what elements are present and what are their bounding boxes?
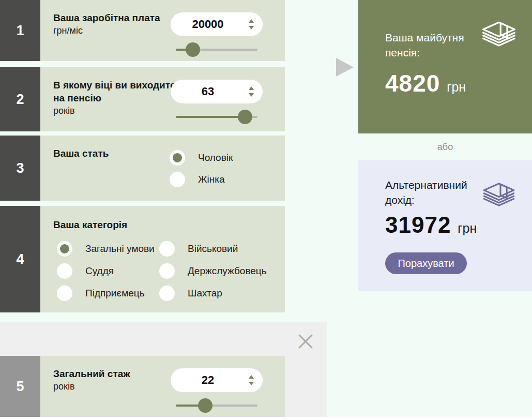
radio-entrepreneur[interactable]: Підприємець — [57, 286, 159, 301]
step-body: Ваша заробітна плата грн/міс 20000 — [40, 0, 285, 61]
stepper-arrows[interactable] — [249, 368, 255, 392]
step-title: В якому віці ви виходите на пенсію — [53, 79, 176, 104]
stepper-arrows[interactable] — [249, 80, 255, 103]
step-title: Ваша заробітна плата — [53, 11, 176, 24]
radio-circle-icon[interactable] — [159, 286, 175, 301]
calculate-button[interactable]: Порахувати — [385, 252, 467, 274]
step-title: Ваша стать — [53, 147, 176, 160]
step-salary: 1 Ваша заробітна плата грн/міс 20000 — [0, 0, 285, 61]
radio-circle-icon[interactable] — [159, 241, 175, 257]
or-label: або — [358, 142, 532, 153]
step-title: Загальний стаж — [53, 367, 176, 380]
radio-civil-servant[interactable]: Держслужбовець — [159, 263, 300, 279]
step-label: Ваша стать — [53, 147, 176, 160]
step-title: Ваша категорія — [53, 218, 260, 231]
step-number-badge: 1 — [0, 0, 40, 61]
radio-dot — [173, 153, 182, 162]
pension-label: Ваша майбутня пенсія: — [385, 30, 476, 61]
radio-dot — [60, 244, 69, 253]
increment-arrow-icon[interactable] — [249, 86, 254, 90]
step-category: 4 Ваша категорія Загальні умови Військов… — [0, 206, 285, 312]
radio-miner[interactable]: Шахтар — [159, 286, 300, 301]
radio-female[interactable]: Жінка — [170, 172, 233, 187]
money-stack-icon — [480, 19, 518, 48]
step-number-badge: 3 — [0, 136, 40, 201]
step-unit: грн/міс — [53, 24, 176, 37]
radio-circle-icon[interactable] — [170, 172, 185, 187]
radio-judge[interactable]: Суддя — [57, 263, 159, 279]
slider-handle[interactable] — [198, 398, 212, 413]
step-body: В якому віці ви виходите на пенсію років… — [40, 67, 285, 131]
bottom-divider — [0, 417, 532, 419]
radio-label: Чоловік — [198, 152, 233, 163]
radio-label: Військовий — [188, 243, 238, 255]
radio-label: Підприємець — [85, 288, 145, 299]
step-number-badge: 5 — [0, 356, 40, 417]
radio-label: Шахтар — [188, 288, 222, 299]
radio-circle-icon[interactable] — [170, 150, 185, 166]
gender-radio-group: Чоловік Жінка — [170, 150, 233, 187]
step-unit: років — [53, 104, 176, 117]
salary-slider[interactable] — [176, 42, 257, 57]
alternative-amount: 31972 — [385, 212, 451, 238]
increment-arrow-icon[interactable] — [249, 19, 254, 23]
slider-handle[interactable] — [238, 110, 252, 124]
money-stack-icon — [481, 180, 516, 207]
decrement-arrow-icon[interactable] — [249, 93, 254, 97]
step-number-badge: 2 — [0, 67, 40, 131]
step-label: Загальний стаж років — [53, 367, 176, 393]
step-body: Ваша стать Чоловік Жінка — [40, 136, 285, 201]
radio-military[interactable]: Військовий — [159, 241, 300, 257]
age-input[interactable]: 63 — [171, 80, 263, 103]
pension-calculator: 1 Ваша заробітна плата грн/міс 20000 2 В… — [0, 0, 532, 419]
category-radio-group: Загальні умови Військовий Суддя Держслуж… — [57, 241, 300, 301]
radio-circle-icon[interactable] — [159, 263, 175, 279]
close-icon[interactable] — [297, 333, 314, 350]
step-number-badge: 4 — [0, 206, 40, 312]
currency-label: грн — [458, 221, 477, 236]
radio-circle-icon[interactable] — [57, 263, 72, 279]
radio-male[interactable]: Чоловік — [170, 150, 233, 166]
increment-arrow-icon[interactable] — [249, 375, 254, 379]
radio-label: Держслужбовець — [188, 265, 267, 277]
decrement-arrow-icon[interactable] — [249, 382, 254, 385]
experience-input[interactable]: 22 — [171, 368, 263, 392]
alternative-income-panel: Альтернативний дохід: 31972 грн Порахува… — [358, 160, 532, 291]
result-arrow-icon — [336, 58, 354, 77]
step-body: Загальний стаж років 22 — [40, 356, 285, 417]
radio-circle-icon[interactable] — [57, 286, 72, 301]
radio-label: Загальні умови — [85, 243, 155, 255]
step-label: Ваша категорія — [53, 218, 260, 231]
step-unit: років — [53, 380, 176, 393]
pension-value: 4820 грн — [385, 69, 466, 97]
alternative-income-value: 31972 грн — [385, 212, 477, 238]
stepper-arrows[interactable] — [249, 12, 255, 36]
experience-step-overlay: 5 Загальний стаж років 22 — [0, 322, 327, 419]
step-body: Ваша категорія Загальні умови Військовий… — [40, 206, 285, 312]
slider-fill — [176, 116, 245, 118]
step-retirement-age: 2 В якому віці ви виходите на пенсію рок… — [0, 67, 285, 131]
alternative-income-label: Альтернативний дохід: — [385, 177, 476, 208]
slider-handle[interactable] — [186, 42, 200, 57]
step-label: В якому віці ви виходите на пенсію років — [53, 79, 176, 117]
step-experience: 5 Загальний стаж років 22 — [0, 356, 285, 417]
radio-label: Жінка — [198, 174, 225, 185]
step-gender: 3 Ваша стать Чоловік Жінка — [0, 136, 285, 201]
decrement-arrow-icon[interactable] — [249, 26, 254, 29]
age-slider[interactable] — [176, 110, 257, 124]
salary-input[interactable]: 20000 — [171, 12, 263, 36]
pension-result-panel: Ваша майбутня пенсія: 4820 грн — [358, 0, 532, 133]
currency-label: грн — [447, 80, 466, 95]
radio-general-conditions[interactable]: Загальні умови — [57, 241, 159, 257]
radio-circle-icon[interactable] — [57, 241, 72, 257]
pension-amount: 4820 — [385, 69, 440, 97]
step-label: Ваша заробітна плата грн/міс — [53, 11, 176, 37]
radio-label: Суддя — [85, 265, 114, 277]
experience-slider[interactable] — [176, 398, 257, 413]
